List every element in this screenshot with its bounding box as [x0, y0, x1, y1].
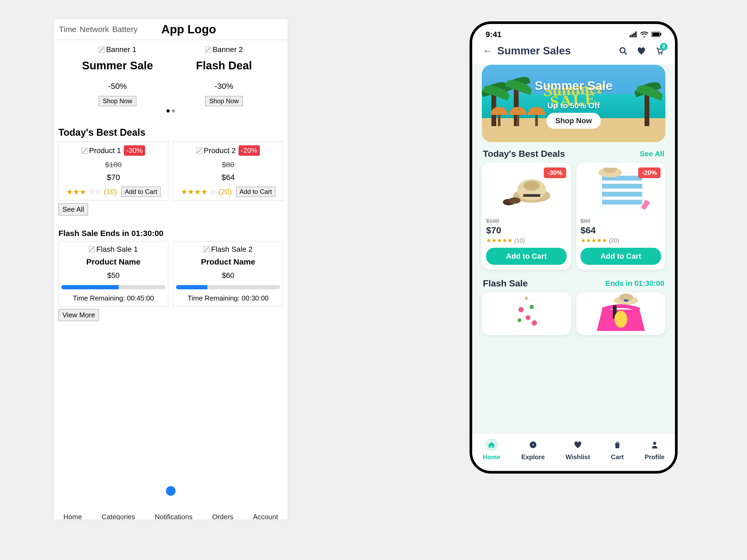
banner-row: Banner 1 Summer Sale -50% Shop Now Banne… [54, 40, 288, 111]
cart-count-badge: 2 [660, 43, 668, 50]
search-icon[interactable] [618, 46, 628, 56]
star-icon: ☆ [210, 187, 216, 196]
add-to-cart-button[interactable]: Add to Cart [581, 248, 661, 265]
star-icon: ★★★★ [181, 187, 208, 196]
bottom-nav: Home Explore Wishlist Cart Profile [472, 433, 675, 468]
header: ← Summer Sales 2 [480, 41, 667, 62]
star-icon: ★★★★★ [486, 237, 513, 244]
price: $70 [486, 225, 567, 236]
svg-rect-0 [629, 35, 631, 37]
status-bar: Time Network Battery App Logo [54, 19, 288, 40]
nav-explore[interactable]: Explore [521, 438, 545, 461]
svg-point-33 [614, 311, 627, 328]
svg-rect-1 [632, 34, 633, 37]
flash-card[interactable]: Flash Sale 1 Product Name $50 Time Remai… [58, 241, 168, 306]
nav-home[interactable]: Home [483, 438, 500, 461]
product-card[interactable]: -30% $100 $70 ★★★★★(10) [482, 163, 571, 270]
svg-point-9 [659, 53, 660, 54]
banner-title: Summer Sale [70, 59, 165, 72]
heart-icon[interactable] [637, 46, 646, 56]
rating-row: ★★★★★(20) [581, 237, 661, 244]
product-image-placeholder: Product 1 [82, 146, 121, 155]
banner-title: Summer Sale [535, 78, 612, 93]
nav-item[interactable]: Account [253, 513, 278, 520]
banner-card[interactable]: Banner 2 Flash Deal -30% Shop Now [176, 45, 272, 106]
svg-line-8 [624, 52, 627, 54]
phone-frame: 9:41 ← Summer Sales 2 [469, 21, 678, 474]
nav-item[interactable]: Orders [212, 513, 233, 520]
product-name: Product Name [176, 257, 280, 266]
see-all-link[interactable]: See All [640, 150, 664, 158]
banner-image-placeholder: Banner 1 [99, 45, 136, 54]
nav-label: Explore [521, 453, 545, 461]
battery-icon [651, 32, 662, 37]
view-more-button[interactable]: View More [58, 309, 99, 321]
product-card[interactable]: Product 1 -30% $100 $70 ★★★☆☆ (10) Add t… [58, 141, 168, 201]
star-icon: ★★★ [66, 187, 86, 196]
banner-image-placeholder: Banner 2 [205, 45, 243, 54]
section-title-flash: Flash Sale [483, 278, 528, 289]
hero-banner[interactable]: Summer Summer Sale SALE Up to 50% Off Sh… [482, 65, 665, 142]
svg-rect-19 [602, 192, 642, 196]
discount-badge: -30% [124, 145, 146, 156]
flash-card[interactable] [482, 292, 571, 335]
product-card[interactable]: -20% $8 [576, 163, 665, 270]
shop-now-button[interactable]: Shop Now [546, 113, 601, 129]
nav-label: Profile [645, 453, 665, 461]
progress-bar [61, 285, 165, 289]
svg-point-10 [661, 53, 662, 54]
svg-point-24 [518, 307, 524, 312]
shop-now-button[interactable]: Shop Now [99, 96, 136, 106]
add-to-cart-button[interactable]: Add to Cart [486, 248, 567, 265]
time-remaining: Time Remaining: 00:45:00 [61, 294, 165, 302]
time-remaining: Time Remaining: 00:30:00 [176, 294, 280, 302]
svg-point-28 [532, 320, 537, 326]
back-icon[interactable]: ← [483, 46, 492, 56]
shop-now-button[interactable]: Shop Now [205, 96, 243, 106]
rating-row: ★★★★★(10) [486, 237, 567, 244]
cart-icon[interactable]: 2 [655, 46, 664, 56]
product-card[interactable]: Product 2 -20% $80 $64 ★★★★☆ (20) Add to… [173, 141, 283, 201]
nav-item[interactable]: Categories [102, 513, 135, 520]
section-title-flash: Flash Sale Ends in 01:30:00 [58, 229, 283, 238]
section-title-deals: Today's Best Deals [58, 127, 283, 138]
svg-point-25 [530, 305, 534, 309]
add-to-cart-button[interactable]: Add to Cart [236, 187, 275, 197]
product-price: $60 [176, 271, 280, 280]
svg-point-35 [653, 442, 656, 445]
status-bar: 9:41 [480, 27, 667, 41]
product-price: $50 [61, 271, 165, 280]
app-logo: App Logo [138, 23, 240, 36]
nav-item[interactable]: Notifications [155, 513, 192, 520]
add-to-cart-button[interactable]: Add to Cart [121, 187, 161, 197]
banner-subtitle: Up to 50% Off [547, 101, 600, 110]
nav-cart[interactable]: Cart [611, 438, 624, 461]
star-icon: ★★★★★ [581, 237, 607, 244]
flash-card[interactable]: Flash Sale 2 Product Name $60 Time Remai… [173, 241, 283, 306]
flash-image-placeholder: Flash Sale 1 [89, 245, 138, 254]
svg-point-7 [620, 48, 625, 53]
old-price: $100 [61, 161, 165, 169]
nav-wishlist[interactable]: Wishlist [566, 438, 590, 461]
profile-icon [648, 438, 661, 451]
carousel-dots[interactable] [54, 109, 288, 114]
see-all-button[interactable]: See All [58, 204, 88, 215]
review-count: (20) [218, 187, 232, 196]
compass-icon [526, 438, 539, 451]
home-icon [485, 438, 498, 451]
wireframe-frame: Time Network Battery App Logo Banner 1 S… [53, 19, 288, 520]
nav-label: Cart [611, 453, 624, 461]
heart-icon [571, 438, 584, 451]
fab-button[interactable] [166, 486, 176, 496]
flash-card[interactable] [576, 292, 665, 335]
banner-discount: -30% [176, 82, 272, 91]
new-price: $64 [176, 173, 280, 182]
svg-point-26 [525, 315, 531, 320]
nav-profile[interactable]: Profile [645, 438, 665, 461]
old-price: $80 [581, 218, 661, 224]
discount-badge: -30% [544, 167, 566, 178]
banner-card[interactable]: Banner 1 Summer Sale -50% Shop Now [70, 45, 165, 106]
status-network: Network [80, 25, 109, 34]
nav-item[interactable]: Home [63, 513, 82, 520]
rating-row: ★★★☆☆ (10) Add to Cart [66, 187, 161, 197]
